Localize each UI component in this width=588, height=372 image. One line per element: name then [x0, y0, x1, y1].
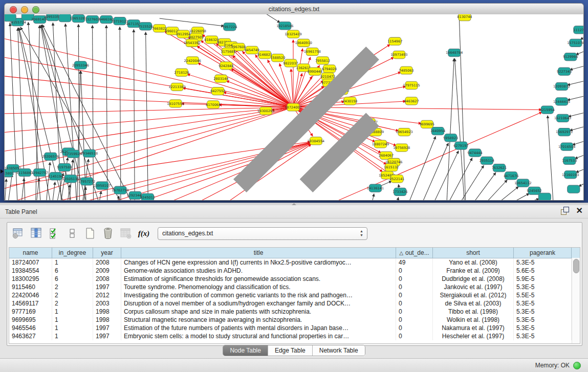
window-resize-grip[interactable]: [4, 14, 582, 199]
table-cell[interactable]: 2012: [93, 291, 121, 299]
table-cell[interactable]: 0: [396, 332, 433, 340]
table-cell[interactable]: 2: [52, 291, 93, 299]
column-header-out_de[interactable]: △out_de...: [396, 248, 433, 258]
table-cell[interactable]: 2008: [93, 275, 121, 283]
column-header-in_degree[interactable]: in_degree: [52, 248, 93, 258]
table-cell[interactable]: Corpus callosum shape and size in male p…: [121, 308, 396, 316]
table-cell[interactable]: 5.3E-5: [514, 258, 572, 267]
table-cell[interactable]: Yano et al. (2008): [433, 258, 514, 267]
table-cell[interactable]: 1: [52, 324, 93, 332]
network-window-titlebar[interactable]: citations_edges.txt: [4, 3, 584, 15]
table-cell[interactable]: 0: [396, 324, 433, 332]
select-columns-icon[interactable]: [47, 226, 61, 240]
table-cell[interactable]: 9115460: [9, 283, 52, 291]
table-row[interactable]: 1456911722003Disruption of a novel membe…: [9, 299, 580, 308]
table-cell[interactable]: 1998: [93, 308, 121, 316]
table-cell[interactable]: 0: [396, 275, 433, 283]
table-cell[interactable]: 9699695: [9, 316, 52, 324]
table-scrollbar-thumb[interactable]: [573, 259, 579, 273]
table-row[interactable]: 946362711997Embryonic stem cells: a mode…: [9, 332, 580, 340]
table-cell[interactable]: 5.3E-5: [514, 283, 572, 291]
table-cell[interactable]: 5.3E-5: [514, 316, 572, 324]
table-cell[interactable]: 1998: [93, 316, 121, 324]
table-cell[interactable]: 0: [396, 283, 433, 291]
close-panel-icon[interactable]: ✕: [576, 207, 583, 215]
table-cell[interactable]: Tibbo et al. (1998): [433, 308, 514, 316]
table-cell[interactable]: 0: [396, 267, 433, 275]
delete-column-icon[interactable]: [101, 226, 115, 240]
table-cell[interactable]: 0: [396, 291, 433, 299]
table-cell[interactable]: 5.3E-5: [514, 332, 572, 340]
table-cell[interactable]: Disruption of a novel member of a sodium…: [121, 299, 396, 308]
table-cell[interactable]: 0: [396, 316, 433, 324]
network-canvas[interactable]: 1872400776638225960124391295418226058982…: [4, 14, 584, 201]
table-cell[interactable]: Nakamura et al. (1997): [433, 324, 514, 332]
table-cell[interactable]: 9777169: [9, 308, 52, 316]
table-cell[interactable]: 14569117: [9, 299, 52, 308]
table-cell[interactable]: Estimation of the future numbers of pati…: [121, 324, 396, 332]
show-column-icon[interactable]: [29, 226, 43, 240]
table-cell[interactable]: 6: [52, 267, 93, 275]
table-scrollbar[interactable]: [572, 258, 580, 343]
table-cell[interactable]: Changes of HCN gene expression and I(f) …: [121, 258, 396, 267]
table-cell[interactable]: 5.3E-5: [514, 308, 572, 316]
table-mode-icon[interactable]: [11, 226, 26, 240]
table-cell[interactable]: 5.3E-5: [514, 299, 572, 308]
column-header-pagerank[interactable]: pagerank: [514, 248, 572, 258]
table-cell[interactable]: 5.5E-5: [514, 291, 572, 299]
table-cell[interactable]: 2009: [93, 267, 121, 275]
table-cell[interactable]: 0: [396, 299, 433, 308]
float-panel-icon[interactable]: [561, 207, 569, 215]
table-row[interactable]: 1938455462009Genome-wide association stu…: [9, 267, 580, 275]
table-row[interactable]: 911546021997Tourette syndrome. Phenomeno…: [9, 283, 580, 291]
table-cell[interactable]: 1997: [93, 332, 121, 340]
column-header-title[interactable]: title: [121, 248, 396, 258]
tab-node-table[interactable]: Node Table: [223, 345, 268, 356]
table-cell[interactable]: 1: [52, 316, 93, 324]
table-cell[interactable]: Dudbridge et al. (2008): [433, 275, 514, 283]
table-cell[interactable]: Embryonic stem cells: a model to study s…: [121, 332, 396, 340]
table-cell[interactable]: 9465546: [9, 324, 52, 332]
table-cell[interactable]: 5.9E-5: [514, 275, 572, 283]
table-cell[interactable]: Wolkin et al. (1998): [433, 316, 514, 324]
table-selector-dropdown[interactable]: citations_edges.txt ▲▼: [158, 227, 367, 240]
table-cell[interactable]: 1997: [93, 324, 121, 332]
table-row[interactable]: 969969511998Structural magnetic resonanc…: [9, 316, 580, 324]
table-cell[interactable]: 18300295: [9, 275, 52, 283]
clear-selection-icon[interactable]: [65, 226, 79, 240]
zoom-window-icon[interactable]: [32, 6, 39, 13]
column-header-year[interactable]: year: [93, 248, 121, 258]
table-cell[interactable]: 9463627: [9, 332, 52, 340]
table-cell[interactable]: de Silva et al. (2003): [433, 299, 514, 308]
column-header-short[interactable]: short: [433, 248, 514, 258]
table-cell[interactable]: Franke et al. (2009): [433, 267, 514, 275]
table-cell[interactable]: 49: [396, 258, 433, 267]
table-cell[interactable]: Hescheler et al. (1997): [433, 332, 514, 340]
table-cell[interactable]: 2: [52, 283, 93, 291]
table-cell[interactable]: 1: [52, 332, 93, 340]
table-row[interactable]: 977716911998Corpus callosum shape and si…: [9, 308, 580, 316]
table-cell[interactable]: 2003: [93, 299, 121, 308]
table-cell[interactable]: 1: [52, 308, 93, 316]
table-cell[interactable]: Stergiakouli et al. (2012): [433, 291, 514, 299]
minimize-window-icon[interactable]: [21, 6, 28, 13]
table-cell[interactable]: Investigating the contribution of common…: [121, 291, 396, 299]
table-cell[interactable]: 2: [52, 299, 93, 308]
table-cell[interactable]: 5.3E-5: [514, 324, 572, 332]
table-cell[interactable]: 5.6E-5: [514, 267, 572, 275]
function-builder-icon[interactable]: f(x): [137, 226, 151, 240]
table-cell[interactable]: Genome-wide association studies in ADHD.: [121, 267, 396, 275]
table-cell[interactable]: Structural magnetic resonance image aver…: [121, 316, 396, 324]
table-cell[interactable]: Estimation of significance thresholds fo…: [121, 275, 396, 283]
table-cell[interactable]: 19384554: [9, 267, 52, 275]
tab-edge-table[interactable]: Edge Table: [268, 345, 313, 356]
table-row[interactable]: 946554611997Estimation of the future num…: [9, 324, 580, 332]
table-cell[interactable]: 2008: [93, 258, 121, 267]
table-cell[interactable]: Jankovic et al. (1997): [433, 283, 514, 291]
tab-network-table[interactable]: Network Table: [313, 345, 365, 356]
table-row[interactable]: 1872400712008Changes of HCN gene express…: [9, 258, 580, 267]
table-cell[interactable]: 18724007: [9, 258, 52, 267]
table-cell[interactable]: 22420046: [9, 291, 52, 299]
close-window-icon[interactable]: [10, 6, 17, 13]
table-row[interactable]: 1830029562008Estimation of significance …: [9, 275, 580, 283]
